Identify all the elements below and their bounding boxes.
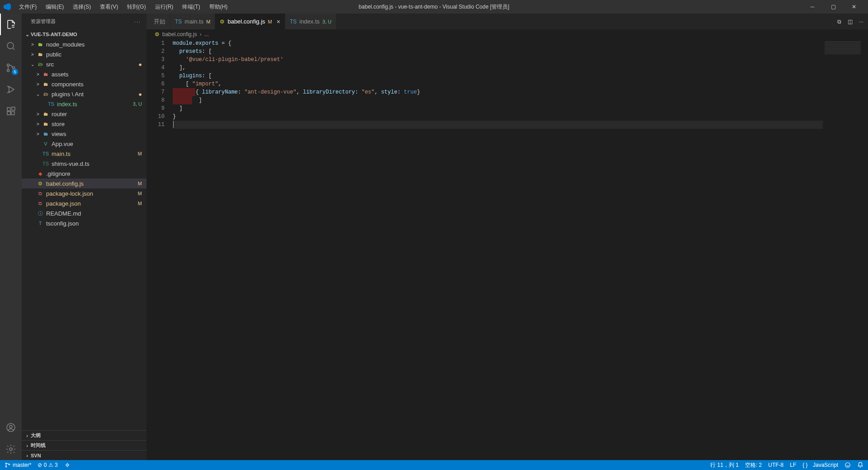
editor-tab[interactable]: 开始 xyxy=(146,14,170,29)
file-label: tsconfig.json xyxy=(46,220,142,227)
twisty-icon: > xyxy=(34,82,42,87)
activity-account[interactable] xyxy=(0,417,22,438)
tree-row[interactable]: VApp.vue xyxy=(22,139,146,149)
file-icon: TS xyxy=(42,161,50,166)
window-title: babel.config.js - vue-ts-ant-demo - Visu… xyxy=(359,3,509,11)
svg-rect-4 xyxy=(7,108,10,111)
editor-tab[interactable]: TSindex.ts3, U xyxy=(285,14,336,29)
maximize-button[interactable]: ▢ xyxy=(823,0,844,14)
status-indent[interactable]: 空格: 2 xyxy=(745,461,762,469)
svg-point-0 xyxy=(7,42,14,49)
compare-icon[interactable]: ⧉ xyxy=(837,19,841,25)
activity-explorer[interactable] xyxy=(0,14,22,35)
breadcrumb-separator-icon: › xyxy=(200,31,202,38)
code-content[interactable]: module.exports = { presets: [ '@vue/cli-… xyxy=(173,39,868,460)
sidebar-panel-header[interactable]: ›大纲 xyxy=(22,430,146,440)
tree-row[interactable]: ⧉package.jsonM xyxy=(22,198,146,208)
svg-point-2 xyxy=(7,70,9,72)
sidebar: 资源管理器 ··· ⌄VUE-TS-ANT-DEMO >🖿node_module… xyxy=(22,14,146,460)
tree-row[interactable]: >🖿node_modules xyxy=(22,39,146,49)
tree-row[interactable]: ⚙babel.config.jsM xyxy=(22,179,146,188)
status-branch[interactable]: master* xyxy=(5,462,31,468)
twisty-icon: > xyxy=(34,132,42,136)
tree-row[interactable]: ⌄🗁plugins \ Ant● xyxy=(22,89,146,99)
tree-row[interactable]: ⌄🗁src● xyxy=(22,59,146,69)
status-encoding[interactable]: UTF-8 xyxy=(768,461,783,469)
menu-item[interactable]: 运行(R) xyxy=(151,1,177,13)
file-icon: ⓘ xyxy=(36,210,44,217)
project-header[interactable]: ⌄VUE-TS-ANT-DEMO xyxy=(22,29,146,39)
menu-item[interactable]: 文件(F) xyxy=(15,1,40,13)
title-bar: 文件(F)编辑(E)选择(S)查看(V)转到(G)运行(R)终端(T)帮助(H)… xyxy=(0,0,868,14)
tree-row[interactable]: TSindex.ts3, U xyxy=(22,99,146,109)
tree-row[interactable]: >🖿components xyxy=(22,79,146,89)
status-port[interactable] xyxy=(64,462,71,468)
modified-dot-icon: ● xyxy=(138,61,142,68)
file-label: index.ts xyxy=(57,101,133,108)
tab-label: main.ts xyxy=(184,18,203,25)
tab-label: babel.config.js xyxy=(227,18,265,25)
tree-row[interactable]: >🖿public xyxy=(22,49,146,59)
editor-tab[interactable]: ⚙babel.config.jsM× xyxy=(215,14,285,29)
minimize-button[interactable]: ─ xyxy=(802,0,823,14)
split-icon[interactable]: ◫ xyxy=(848,19,853,25)
tab-label: index.ts xyxy=(299,18,320,25)
file-label: main.ts xyxy=(52,150,138,157)
tree-row[interactable]: ◆.gitignore xyxy=(22,169,146,179)
file-icon: ◆ xyxy=(36,171,44,177)
breadcrumb[interactable]: ⚙ babel.config.js › ... xyxy=(146,29,868,39)
file-label: plugins \ Ant xyxy=(52,91,138,98)
status-feedback-icon[interactable] xyxy=(844,461,851,469)
twisty-icon: > xyxy=(34,72,42,77)
status-bar: master* ⊘ 0 ⚠ 3 行 11，列 1 空格: 2 UTF-8 LF … xyxy=(0,460,868,470)
activity-search[interactable] xyxy=(0,35,22,57)
tree-row[interactable]: ⧉package-lock.jsonM xyxy=(22,188,146,198)
editor-tab[interactable]: TSmain.tsM xyxy=(170,14,215,29)
sidebar-more-icon[interactable]: ··· xyxy=(134,19,141,24)
file-label: shims-vue.d.ts xyxy=(52,160,142,167)
menu-item[interactable]: 帮助(H) xyxy=(206,1,231,13)
editor-body[interactable]: 1234567891011 module.exports = { presets… xyxy=(146,39,868,460)
status-eol[interactable]: LF xyxy=(790,461,796,469)
status-bell-icon[interactable] xyxy=(857,461,863,469)
file-label: babel.config.js xyxy=(46,180,138,187)
tree-row[interactable]: TSshims-vue.d.ts xyxy=(22,159,146,169)
menu-item[interactable]: 选择(S) xyxy=(69,1,94,13)
modified-dot-icon: ● xyxy=(138,91,142,98)
file-icon: 🖿 xyxy=(42,71,50,77)
tree-row[interactable]: >🖿store xyxy=(22,119,146,129)
file-label: src xyxy=(46,61,138,68)
status-cursor[interactable]: 行 11，列 1 xyxy=(710,461,739,469)
more-icon[interactable]: ··· xyxy=(859,19,863,25)
activity-settings[interactable] xyxy=(0,438,22,460)
sidebar-panel-header[interactable]: ›SVN xyxy=(22,450,146,460)
tree-row[interactable]: >🖿views xyxy=(22,129,146,139)
breadcrumb-rest: ... xyxy=(204,31,209,38)
tree-row[interactable]: Ttsconfig.json xyxy=(22,218,146,228)
menu-item[interactable]: 终端(T) xyxy=(179,1,203,13)
menu-item[interactable]: 编辑(E) xyxy=(42,1,67,13)
activity-bar: 5 xyxy=(0,14,22,460)
close-button[interactable]: ✕ xyxy=(844,0,864,14)
sidebar-panel-header[interactable]: ›时间线 xyxy=(22,440,146,450)
activity-scm[interactable]: 5 xyxy=(0,57,22,79)
activity-extensions[interactable] xyxy=(0,100,22,122)
activity-debug[interactable] xyxy=(0,79,22,100)
svg-point-9 xyxy=(9,425,12,428)
file-icon: TS xyxy=(47,101,55,107)
tree-row[interactable]: >🖿router xyxy=(22,109,146,119)
tree-row[interactable]: TSmain.tsM xyxy=(22,149,146,159)
tree-row[interactable]: >🖿assets xyxy=(22,69,146,79)
menu-item[interactable]: 转到(G) xyxy=(123,1,149,13)
tab-file-icon: ⚙ xyxy=(220,19,225,25)
menu-item[interactable]: 查看(V) xyxy=(96,1,122,13)
tab-close-icon[interactable]: × xyxy=(277,18,280,25)
tab-git-badge: 3, U xyxy=(322,19,331,24)
minimap[interactable] xyxy=(823,39,868,460)
status-language[interactable]: { } JavaScript xyxy=(802,461,838,469)
tree-row[interactable]: ⓘREADME.md xyxy=(22,208,146,218)
twisty-icon: > xyxy=(34,112,42,117)
git-status-badge: M xyxy=(138,191,142,196)
status-problems[interactable]: ⊘ 0 ⚠ 3 xyxy=(38,462,57,468)
twisty-icon: > xyxy=(29,52,36,57)
